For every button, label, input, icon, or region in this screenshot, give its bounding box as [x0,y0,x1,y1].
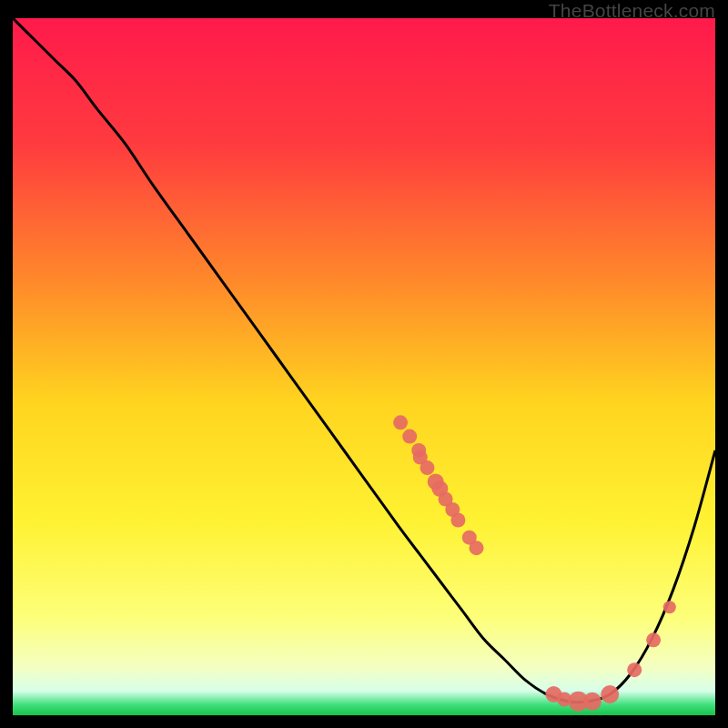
chart-frame [13,18,715,715]
data-marker [402,430,417,444]
data-marker [627,662,642,677]
data-marker [393,415,408,430]
gradient-background [13,18,715,715]
data-marker [420,460,435,475]
bottleneck-chart [13,18,715,715]
data-marker [470,541,484,555]
watermark-text: TheBottleneck.com [549,0,715,22]
data-marker [601,685,619,703]
data-marker [663,601,676,613]
data-marker [646,632,661,647]
data-marker [450,513,465,528]
data-marker [583,693,602,711]
